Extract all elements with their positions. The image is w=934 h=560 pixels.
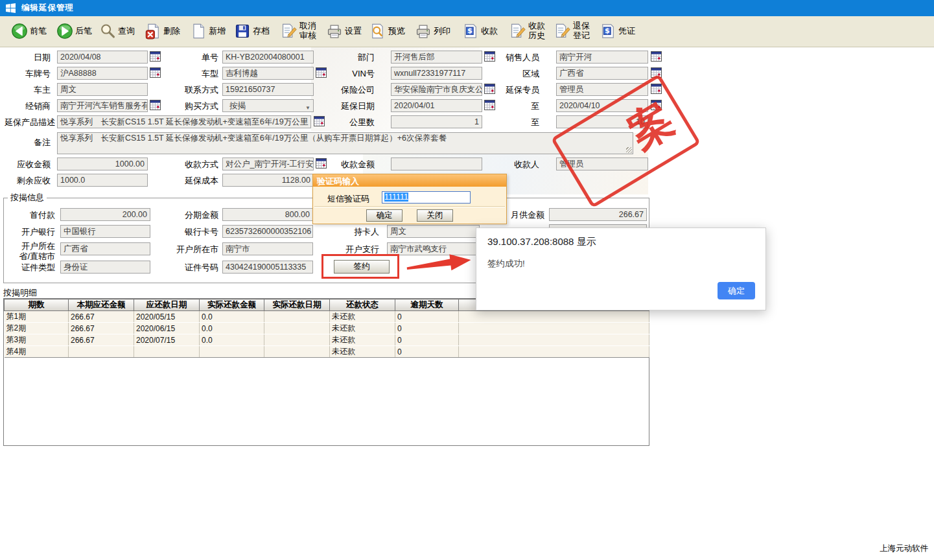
field-label-warranty-specialist: 延保专员	[483, 85, 539, 95]
schedule-cell	[264, 323, 330, 334]
schedule-cell	[134, 346, 200, 358]
title-bar: 编辑延保管理	[0, 0, 934, 16]
schedule-header-cell: 期数	[5, 299, 69, 311]
date-field[interactable]: 2020/04/08	[57, 51, 148, 64]
toolbar-button-print[interactable]: 列印	[413, 18, 452, 44]
department-field[interactable]: 开河售后部	[391, 51, 482, 64]
toolbar-button-new[interactable]: 新增	[188, 18, 228, 44]
sms-code-label: 短信验证码	[327, 193, 369, 205]
toolbar-button-receive-history[interactable]: 收款 历史	[508, 18, 547, 44]
window-title: 编辑延保管理	[21, 3, 74, 14]
order-no-field[interactable]: KH-YB202004080001	[222, 51, 314, 64]
toolbar-button-next[interactable]: 后笔	[54, 18, 94, 44]
contact-field[interactable]: 15921650737	[222, 83, 314, 96]
province-field[interactable]: 广西省	[60, 242, 150, 255]
product-desc-field[interactable]: 悦享系列 长安新CS15 1.5T 延长保修发动机+变速箱至6年/19万公里（从	[57, 115, 311, 128]
field-label-remaining: 剩余应收	[0, 176, 51, 186]
model-field[interactable]: 吉利博越	[222, 67, 314, 80]
schedule-cell	[459, 323, 649, 334]
cardholder-field[interactable]: 周文	[387, 225, 480, 238]
schedule-row[interactable]: 第3期266.672020/07/150.0未还款0	[5, 334, 649, 346]
toolbar-button-surrender[interactable]: 退保 登记	[552, 18, 592, 44]
field-label-product-desc: 延保产品描述	[0, 117, 55, 128]
field-label-mileage-to: 至	[483, 117, 539, 128]
schedule-row[interactable]: 第4期未还款0	[5, 346, 649, 358]
field-label-owner: 车主	[0, 85, 51, 95]
salesperson-field[interactable]: 南宁开河	[556, 51, 648, 64]
field-label-province: 开户所在 省/直辖市	[0, 241, 55, 261]
toolbar-button-settings[interactable]: 设置	[324, 18, 364, 44]
vin-field[interactable]: wxnull72331977117	[391, 67, 482, 80]
field-label-purchase-method: 购买方式	[154, 101, 218, 111]
lookup-calendar-icon[interactable]	[651, 51, 662, 62]
schedule-cell: 0.0	[200, 334, 264, 346]
toolbar-button-voucher[interactable]: 凭证	[598, 18, 637, 44]
calendar-icon[interactable]	[651, 100, 662, 110]
toolbar-button-query[interactable]: 查询	[97, 18, 137, 44]
popup-ok-button[interactable]: 确定	[366, 209, 403, 222]
mileage-field[interactable]: 1	[391, 115, 482, 128]
toolbar-button-delete[interactable]: 删除	[143, 18, 182, 44]
sms-code-input[interactable]: 111111	[382, 191, 471, 204]
insurance-company-field[interactable]: 华安保险南宁市良庆支公	[391, 83, 482, 96]
schedule-row[interactable]: 第1期266.672020/05/150.0未还款0	[5, 311, 649, 323]
toolbar-button-prev[interactable]: 前笔	[9, 18, 49, 44]
plate-no-field[interactable]: 沪A88888	[57, 67, 148, 80]
toolbar-button-save[interactable]: 存档	[232, 18, 272, 44]
warranty-cost-field[interactable]: 1128.00	[222, 174, 314, 187]
lookup-calendar-icon[interactable]	[651, 67, 662, 78]
toolbar-button-cancel-audit[interactable]: 取消 审核	[279, 18, 318, 44]
field-label-remark: 备注	[0, 137, 51, 148]
region-field[interactable]: 广西省	[556, 67, 648, 80]
id-no-field[interactable]: 430424190005113335	[222, 261, 313, 274]
warranty-date-to-field[interactable]: 2020/04/10	[556, 99, 648, 112]
field-label-id-no: 证件号码	[154, 262, 218, 273]
purchase-method-select[interactable]: 按揭▼	[222, 99, 314, 112]
mileage-to-field[interactable]: 10	[556, 115, 648, 128]
lookup-calendar-icon[interactable]	[651, 84, 662, 94]
payment-method-field[interactable]: 对公户_南宁开河-工行安	[222, 158, 314, 170]
toolbar: 前笔 后笔 查询 删除 新增 存档 取消 审核 设置 预览 列印 收款 收款 历…	[0, 16, 934, 47]
schedule-header-cell: 本期应还金额	[69, 299, 134, 311]
schedule-cell: 未还款	[330, 311, 395, 323]
schedule-cell: 266.67	[69, 334, 134, 346]
schedule-cell: 0.0	[200, 311, 264, 323]
schedule-cell: 0	[395, 311, 459, 323]
vendor-label: 上海元动软件	[880, 543, 928, 554]
id-type-field[interactable]: 身份证	[60, 261, 150, 274]
field-label-warranty-date-to: 至	[483, 101, 539, 111]
money-doc-icon	[462, 23, 479, 40]
toolbar-button-receive[interactable]: 收款	[460, 18, 500, 44]
toolbar-button-label: 列印	[434, 27, 450, 36]
field-label-order-no: 单号	[154, 52, 218, 63]
schedule-row[interactable]: 第2期266.672020/06/150.0未还款0	[5, 323, 649, 334]
warranty-specialist-field[interactable]: 管理员	[556, 83, 648, 96]
down-payment-field[interactable]: 200.00	[60, 208, 150, 221]
resize-handle[interactable]	[626, 147, 632, 153]
monthly-payment-field[interactable]: 266.67	[549, 208, 647, 221]
installment-amount-field[interactable]: 800.00	[222, 208, 313, 221]
sms-code-value: 111111	[384, 192, 408, 202]
warranty-date-field[interactable]: 2020/04/01	[391, 99, 482, 112]
field-label-plate-no: 车牌号	[0, 69, 51, 79]
toolbar-button-label: 预览	[388, 27, 405, 36]
field-label-installment-amount: 分期金额	[154, 210, 218, 220]
dealer-field[interactable]: 南宁开河汽车销售服务有	[57, 99, 148, 112]
field-label-warranty-cost: 延保成本	[154, 176, 218, 186]
receivable-field[interactable]: 1000.00	[57, 158, 148, 170]
payment-amount-field[interactable]	[391, 158, 482, 170]
dialog-ok-button[interactable]: 确定	[718, 282, 755, 299]
remaining-field[interactable]: 1000.0	[57, 174, 148, 187]
bank-field[interactable]: 中国银行	[60, 225, 150, 238]
popup-close-button[interactable]: 关闭	[417, 209, 453, 222]
field-label-city: 开户所在市	[154, 244, 218, 255]
schedule-header-cell: 实际还款日期	[264, 299, 330, 311]
remark-textarea[interactable]: 悦享系列 长安新CS15 1.5T 延长保修发动机+变速箱至6年/19万公里（从…	[57, 132, 633, 154]
schedule-header-cell: 应还款日期	[134, 299, 200, 311]
payee-field[interactable]: 管理员	[556, 158, 648, 170]
branch-field[interactable]: 南宁市武鸣支行	[387, 242, 480, 255]
schedule-cell	[459, 334, 649, 346]
toolbar-button-preview[interactable]: 预览	[368, 18, 407, 44]
owner-field[interactable]: 周文	[57, 83, 148, 96]
schedule-cell: 0	[395, 323, 459, 334]
